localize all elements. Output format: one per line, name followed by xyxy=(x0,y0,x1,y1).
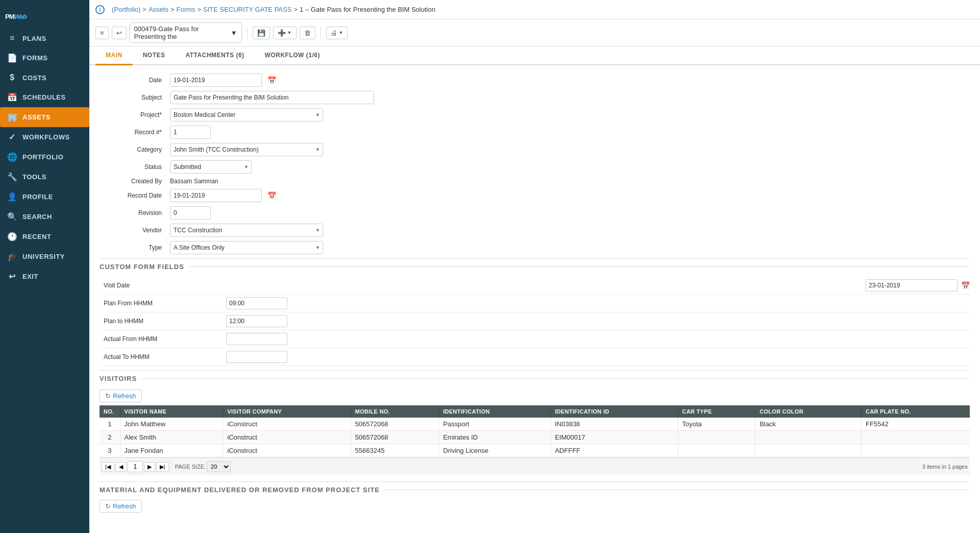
breadcrumb-forms[interactable]: Forms xyxy=(177,6,195,13)
table-cell: iConstruct xyxy=(223,418,351,431)
breadcrumb-section[interactable]: SITE SECURITY GATE PASS xyxy=(203,6,291,13)
undo-button[interactable]: ↩ xyxy=(112,27,127,39)
delete-icon: 🗑 xyxy=(304,29,311,37)
sidebar-item-workflows[interactable]: ✓ WORKFLOWS xyxy=(0,127,89,147)
visitors-refresh-button[interactable]: ↻ Refresh xyxy=(100,390,142,402)
status-label: Status xyxy=(100,163,166,171)
cf-actual-to-row: Actual To HHMM xyxy=(100,348,970,366)
custom-fields-section: Visit Date 📅 Plan From HHMM Plan to HHMM xyxy=(100,277,970,366)
add-button[interactable]: ➕ ▼ xyxy=(273,27,297,39)
table-cell: iConstruct xyxy=(223,431,351,444)
breadcrumb-portfolio[interactable]: (Portfolio) xyxy=(112,6,140,13)
date-input[interactable] xyxy=(170,74,262,87)
sidebar-item-schedules[interactable]: 📅 SCHEDULES xyxy=(0,87,89,107)
record-num-input[interactable] xyxy=(170,126,211,139)
revision-label: Revision xyxy=(100,209,166,216)
table-cell: Driving License xyxy=(439,444,551,457)
prev-page-button[interactable]: ◀ xyxy=(115,462,127,472)
table-row: 1John MatthewiConstruct506572068Passport… xyxy=(100,418,970,431)
cf-visit-date-input[interactable] xyxy=(866,279,958,292)
cf-actual-from-input[interactable] xyxy=(226,333,287,345)
record-date-input[interactable] xyxy=(170,189,262,202)
sidebar: PMWeb ≡ PLANS 📄 FORMS $ COSTS 📅 SCHEDULE… xyxy=(0,0,89,533)
sidebar-item-forms[interactable]: 📄 FORMS xyxy=(0,48,89,68)
first-page-button[interactable]: |◀ xyxy=(102,462,114,472)
last-page-button[interactable]: ▶| xyxy=(156,462,169,472)
tab-notes[interactable]: NOTES xyxy=(133,46,176,65)
sidebar-item-university-label: UNIVERSITY xyxy=(22,253,65,260)
material-refresh-button[interactable]: ↻ Refresh xyxy=(100,500,142,513)
cf-plan-to-input[interactable] xyxy=(226,315,287,327)
portfolio-icon: 🌐 xyxy=(7,152,17,162)
pagination: |◀ ◀ ▶ ▶| PAGE SIZE: 20 50 100 3 items i… xyxy=(100,457,970,475)
table-cell: iConstruct xyxy=(223,444,351,457)
tab-attachments[interactable]: ATTACHMENTS (6) xyxy=(176,46,255,65)
record-dropdown[interactable]: 000479-Gate Pass for Presenting the ▼ xyxy=(130,22,242,43)
page-navigation: |◀ ◀ ▶ ▶| PAGE SIZE: 20 50 100 xyxy=(102,461,231,472)
category-row: Category John Smith (TCC Construction) xyxy=(100,143,970,156)
table-cell: Alex Smith xyxy=(120,431,223,444)
cf-plan-from-input[interactable] xyxy=(226,297,287,309)
subject-row: Subject xyxy=(100,91,970,104)
type-select[interactable]: A Site Offices Only xyxy=(170,241,323,254)
visitors-table: NO. VISITOR NAME VISITOR COMPANY MOBILE … xyxy=(100,405,970,457)
add-dropdown-icon: ▼ xyxy=(287,30,292,35)
cf-plan-to-row: Plan to HHMM xyxy=(100,312,970,330)
cf-plan-from-row: Plan From HHMM xyxy=(100,295,970,312)
next-page-button[interactable]: ▶ xyxy=(144,462,155,472)
sidebar-item-profile[interactable]: 👤 PROFILE xyxy=(0,187,89,207)
table-cell: Emirates ID xyxy=(439,431,551,444)
tab-main[interactable]: MAIN xyxy=(95,46,133,65)
table-cell: Toyota xyxy=(678,418,755,431)
table-cell: 2 xyxy=(100,431,120,444)
sidebar-item-portfolio-label: PORTFOLIO xyxy=(22,153,63,161)
separator-2 xyxy=(321,27,321,39)
status-select[interactable]: Submitted xyxy=(170,160,252,174)
table-cell: FF5542 xyxy=(861,418,970,431)
table-cell: 1 xyxy=(100,418,120,431)
col-identification: IDENTIFICATION xyxy=(439,405,551,418)
tab-workflow[interactable]: WORKFLOW (1/6) xyxy=(255,46,330,65)
sidebar-item-exit[interactable]: ↩ EXIT xyxy=(0,266,89,286)
col-visitor-name: VISITOR NAME xyxy=(120,405,223,418)
forms-icon: 📄 xyxy=(7,53,17,63)
col-visitor-company: VISITOR COMPANY xyxy=(223,405,351,418)
sidebar-item-recent[interactable]: 🕐 RECENT xyxy=(0,227,89,247)
col-plate: CAR PLATE NO. xyxy=(861,405,970,418)
category-select[interactable]: John Smith (TCC Construction) xyxy=(170,143,323,156)
page-number-input[interactable] xyxy=(128,461,143,472)
date-calendar-icon[interactable]: 📅 xyxy=(267,76,276,84)
revision-input[interactable] xyxy=(170,206,211,220)
sidebar-item-plans[interactable]: ≡ PLANS xyxy=(0,29,89,48)
breadcrumb-assets[interactable]: Assets xyxy=(149,6,168,13)
created-by-value: Bassam Samman xyxy=(170,178,218,185)
vendor-select[interactable]: TCC Construction xyxy=(170,224,323,237)
cf-visit-date-calendar-icon[interactable]: 📅 xyxy=(961,281,970,289)
subject-input[interactable] xyxy=(170,91,374,104)
record-date-calendar-icon[interactable]: 📅 xyxy=(267,191,276,200)
sidebar-item-tools[interactable]: 🔧 TOOLS xyxy=(0,167,89,187)
sidebar-item-search[interactable]: 🔍 SEARCH xyxy=(0,207,89,227)
search-icon: 🔍 xyxy=(7,212,17,222)
sidebar-item-costs[interactable]: $ COSTS xyxy=(0,68,89,87)
info-icon[interactable]: i xyxy=(95,5,105,14)
project-select[interactable]: Boston Medical Center xyxy=(170,108,323,122)
sidebar-nav: ≡ PLANS 📄 FORMS $ COSTS 📅 SCHEDULES 🏢 AS… xyxy=(0,29,89,533)
delete-button[interactable]: 🗑 xyxy=(300,27,315,39)
save-button[interactable]: 💾 xyxy=(253,27,270,39)
material-section: MATERIAL AND EQUIPMENT DELIVERED OR REMO… xyxy=(100,481,970,513)
visitors-table-section: ↻ Refresh NO. VISITOR NAME VISITOR COMPA… xyxy=(100,390,970,475)
cf-actual-to-input[interactable] xyxy=(226,351,287,363)
sidebar-item-university[interactable]: 🎓 UNIVERSITY xyxy=(0,247,89,266)
col-identification-id: IDENTIFICATION ID xyxy=(551,405,678,418)
project-row: Project* Boston Medical Center xyxy=(100,108,970,122)
print-button[interactable]: 🖨 ▼ xyxy=(326,27,348,39)
sidebar-item-assets[interactable]: 🏢 ASSETS xyxy=(0,107,89,127)
sidebar-item-portfolio[interactable]: 🌐 PORTFOLIO xyxy=(0,147,89,167)
cf-visit-date-row: Visit Date 📅 xyxy=(100,277,970,295)
table-cell xyxy=(755,431,862,444)
material-refresh-icon: ↻ xyxy=(105,502,111,510)
menu-button[interactable]: ≡ xyxy=(95,27,109,39)
material-header: MATERIAL AND EQUIPMENT DELIVERED OR REMO… xyxy=(100,481,970,496)
page-size-select[interactable]: 20 50 100 xyxy=(207,461,231,472)
